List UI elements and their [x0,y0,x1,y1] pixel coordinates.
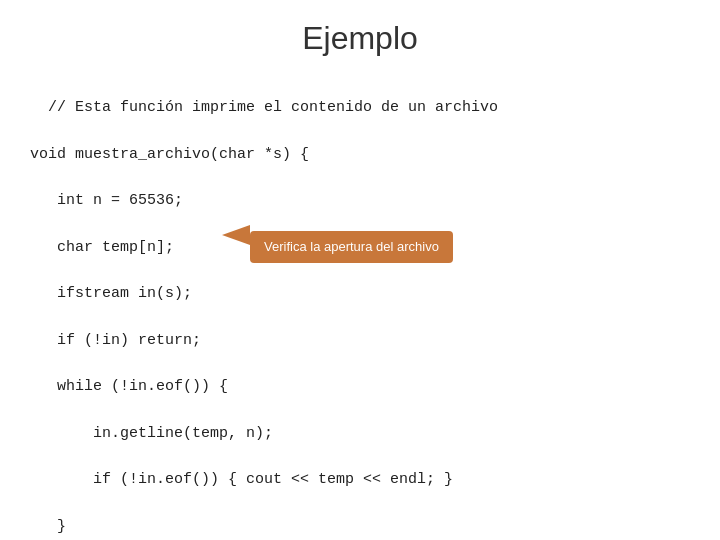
tooltip: Verifica la apertura del archivo [250,161,453,309]
code-line-1: // Esta función imprime el contenido de … [48,99,498,116]
code-line-7: while (!in.eof()) { [30,378,228,395]
tooltip-text: Verifica la apertura del archivo [250,231,453,263]
code-line-4: char temp[n]; [30,239,174,256]
code-line-5: ifstream in(s); [30,285,192,302]
code-block: // Esta función imprime el contenido de … [0,73,720,540]
code-line-8: in.getline(temp, n); [30,425,273,442]
code-line-9: if (!in.eof()) { cout << temp << endl; } [30,471,453,488]
code-line-10: } [30,518,66,535]
page-title: Ejemplo [0,0,720,73]
code-line-6: if (!in) return; [30,332,201,349]
tooltip-arrow [222,225,250,245]
code-line-3: int n = 65536; [30,192,183,209]
